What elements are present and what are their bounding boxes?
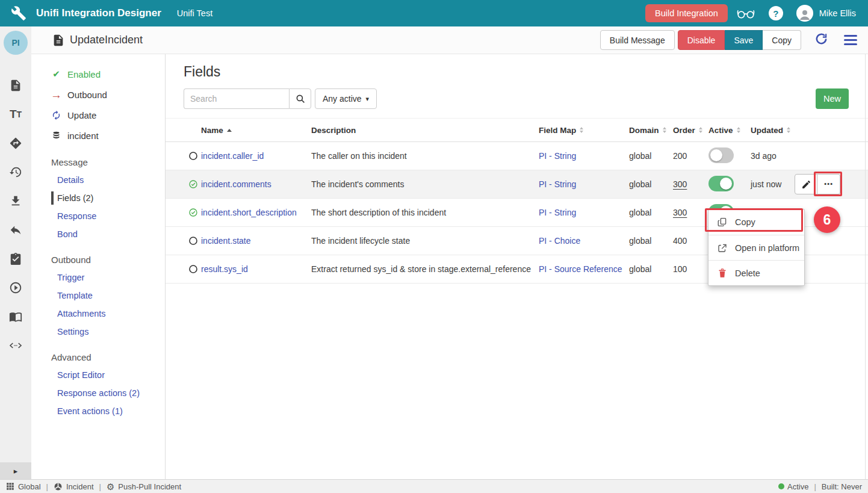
- row-actions: ⋯: [795, 174, 840, 194]
- nav-link-attachments[interactable]: Attachments: [51, 305, 165, 323]
- active-toggle[interactable]: [708, 147, 734, 163]
- active-filter-dropdown[interactable]: Any active ▾: [315, 88, 377, 109]
- field-name-link[interactable]: incident.short_description: [201, 208, 297, 217]
- field-name-link[interactable]: incident.comments: [201, 179, 271, 189]
- field-map-link[interactable]: PI - String: [539, 151, 576, 161]
- code-icon[interactable]: [1, 331, 30, 360]
- field-description: The incident's comments: [311, 179, 539, 189]
- nav-link-template[interactable]: Template: [51, 287, 165, 305]
- directions-icon[interactable]: [1, 129, 30, 158]
- search-input[interactable]: [184, 88, 289, 109]
- tasks-icon[interactable]: [1, 244, 30, 273]
- collapse-rail-button[interactable]: ▸: [0, 462, 31, 479]
- copy-button[interactable]: Copy: [763, 30, 801, 50]
- field-name-link[interactable]: incident.state: [201, 236, 251, 246]
- left-nav: ✔ Enabled → Outbound Update incident Mes…: [31, 54, 166, 479]
- column-header-name[interactable]: Name: [201, 126, 311, 135]
- field-map-link[interactable]: PI - String: [539, 208, 576, 217]
- field-map-link[interactable]: PI - Source Reference: [539, 264, 622, 274]
- context-menu-open-in-platform[interactable]: Open in platform: [708, 235, 804, 260]
- field-map-link[interactable]: PI - String: [539, 179, 576, 189]
- docs-book-icon[interactable]: [1, 302, 30, 331]
- status-checked-icon: [188, 179, 201, 189]
- download-icon[interactable]: [1, 187, 30, 215]
- nav-link-response[interactable]: Response: [51, 207, 165, 225]
- caret-down-icon: ▾: [366, 95, 370, 103]
- built-status-label: Built: Never: [822, 482, 862, 491]
- new-field-button[interactable]: New: [816, 88, 849, 109]
- nav-link-script-editor[interactable]: Script Editor: [51, 366, 165, 384]
- field-name-link[interactable]: result.sys_id: [201, 264, 248, 274]
- nav-item-enabled[interactable]: ✔ Enabled: [51, 64, 165, 84]
- file-icon[interactable]: [1, 71, 30, 100]
- column-header-domain[interactable]: Domain: [629, 126, 673, 135]
- field-order: 100: [673, 264, 687, 274]
- nav-item-outbound[interactable]: → Outbound: [51, 84, 165, 105]
- nav-link-settings[interactable]: Settings: [51, 323, 165, 341]
- sort-ascending-icon: [227, 129, 232, 132]
- nav-item-incident[interactable]: incident: [51, 125, 165, 146]
- active-toggle[interactable]: [708, 176, 734, 191]
- external-link-icon: [717, 243, 728, 253]
- status-bar: Global | Incident | ⚙ Push-Pull Incident…: [0, 479, 868, 493]
- user-menu[interactable]: Mike Ellis: [796, 5, 856, 22]
- context-menu-delete[interactable]: Delete: [708, 260, 804, 285]
- status-checked-icon: [188, 208, 201, 217]
- table-item[interactable]: Incident: [54, 482, 94, 491]
- integration-avatar[interactable]: PI: [4, 31, 28, 55]
- text-format-icon[interactable]: TT: [1, 100, 30, 129]
- column-header-field-map[interactable]: Field Map: [539, 126, 629, 135]
- nav-link-event-actions[interactable]: Event actions (1): [51, 402, 165, 420]
- nav-link-fields[interactable]: Fields (2): [51, 189, 165, 207]
- scope-item[interactable]: Global: [6, 482, 41, 491]
- table-row: incident.comments The incident's comment…: [166, 170, 868, 199]
- field-map-link[interactable]: PI - Choice: [539, 236, 580, 246]
- field-order: 200: [673, 151, 687, 161]
- refresh-icon[interactable]: [814, 32, 828, 48]
- pencil-icon: [801, 179, 811, 190]
- active-status-dot: [778, 483, 784, 489]
- sort-icon: [663, 127, 666, 133]
- nav-section-title: Outbound: [51, 250, 165, 268]
- save-button[interactable]: Save: [725, 30, 763, 50]
- menu-icon[interactable]: [844, 35, 857, 45]
- build-message-button[interactable]: Build Message: [600, 30, 675, 50]
- nav-section-message: Message Details Fields (2) Response Bond: [51, 153, 165, 243]
- sort-icon: [580, 127, 583, 133]
- reply-icon[interactable]: [1, 215, 30, 244]
- wrench-icon: [11, 5, 26, 21]
- application-icon: [54, 482, 63, 491]
- context-menu-copy[interactable]: Copy: [708, 209, 804, 235]
- column-header-updated[interactable]: Updated: [751, 126, 805, 135]
- field-order: 300: [673, 208, 687, 217]
- history-icon[interactable]: [1, 158, 30, 187]
- build-integration-button[interactable]: Build Integration: [645, 4, 728, 22]
- search-button[interactable]: [289, 88, 311, 109]
- more-options-button[interactable]: ⋯: [817, 174, 840, 194]
- disable-button[interactable]: Disable: [678, 30, 725, 50]
- status-empty-icon: [188, 264, 201, 274]
- column-header-active[interactable]: Active: [708, 126, 751, 135]
- nav-section-title: Advanced: [51, 348, 165, 366]
- column-header-description[interactable]: Description: [311, 126, 539, 135]
- preview-glasses-icon[interactable]: [736, 7, 755, 20]
- copy-icon: [717, 217, 728, 228]
- nav-section-title: Message: [51, 153, 165, 171]
- play-icon[interactable]: [1, 273, 30, 302]
- active-status-label: Active: [787, 482, 808, 491]
- nav-item-update[interactable]: Update: [51, 105, 165, 125]
- integration-item[interactable]: ⚙ Push-Pull Incident: [107, 482, 181, 491]
- nav-link-details[interactable]: Details: [51, 171, 165, 189]
- help-icon[interactable]: ?: [769, 6, 783, 20]
- column-header-order[interactable]: Order: [673, 126, 708, 135]
- field-order: 400: [673, 236, 687, 246]
- nav-link-bond[interactable]: Bond: [51, 225, 165, 243]
- nav-link-response-actions[interactable]: Response actions (2): [51, 384, 165, 402]
- field-updated: 3d ago: [751, 151, 805, 161]
- field-domain: global: [629, 264, 673, 274]
- nav-link-trigger[interactable]: Trigger: [51, 268, 165, 287]
- nav-section-advanced: Advanced Script Editor Response actions …: [51, 348, 165, 420]
- environment-name[interactable]: Unifi Test: [177, 8, 212, 18]
- edit-button[interactable]: [795, 174, 817, 194]
- field-name-link[interactable]: incident.caller_id: [201, 151, 264, 161]
